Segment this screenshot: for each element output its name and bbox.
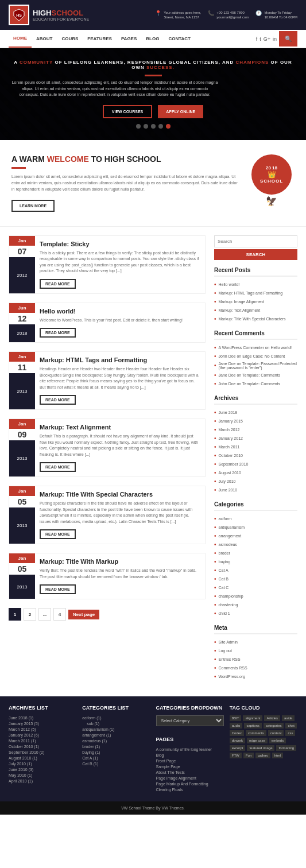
archive-jun-2010[interactable]: June 2010 (214, 486, 297, 494)
carousel-dot-4[interactable] (158, 124, 163, 129)
meta-log-out[interactable]: Log out (214, 646, 297, 655)
archive-aug-2010[interactable]: August 2010 (214, 468, 297, 477)
facebook-icon[interactable]: f (256, 36, 258, 42)
footer-archive-3[interactable]: March 2012 (5) (9, 727, 76, 733)
category-chastening[interactable]: chastening (214, 600, 297, 609)
nav-item-blog[interactable]: BLOG (141, 30, 164, 47)
archive-oct-2010[interactable]: October 2010 (214, 451, 297, 460)
category-buying[interactable]: buying (214, 557, 297, 566)
nav-item-home[interactable]: HOME (9, 30, 32, 48)
post-2-read-more[interactable]: READ MORE (40, 328, 76, 338)
footer-page-8[interactable]: Clearing Floats (156, 787, 224, 793)
page-4-button[interactable]: 4 (53, 608, 66, 621)
archive-jul-2010[interactable]: July 2010 (214, 477, 297, 486)
footer-cat-2[interactable]: sub (1) (82, 721, 150, 727)
footer-cat-7[interactable]: buying (1) (82, 750, 150, 755)
category-cat-a[interactable]: Cat A (214, 566, 297, 575)
footer-cat-1[interactable]: aciform (1) (82, 715, 150, 721)
footer-page-5[interactable]: About The Tests (156, 770, 224, 776)
post-6-read-more[interactable]: READ MORE (40, 584, 76, 594)
tag-edge-case[interactable]: edge case (247, 738, 268, 743)
twitter-icon[interactable]: t (259, 36, 261, 42)
tag-content[interactable]: content (268, 730, 284, 736)
footer-cat-4[interactable]: arrangement (1) (82, 733, 150, 738)
recent-post-4[interactable]: Markup: Text Alignment (214, 306, 297, 315)
footer-cat-9[interactable]: Cat B (1) (82, 761, 150, 767)
archive-sep-2010[interactable]: September 2010 (214, 460, 297, 468)
archive-mar-2012[interactable]: March 2012 (214, 425, 297, 434)
footer-archive-12[interactable]: April 2010 (1) (9, 778, 76, 784)
footer-cat-8[interactable]: Cat A (1) (82, 755, 150, 761)
archive-june-2018[interactable]: June 2018 (214, 408, 297, 417)
meta-comments-rss[interactable]: Comments RSS (214, 664, 297, 672)
tag-html[interactable]: html (272, 753, 283, 758)
category-championship[interactable]: championship (214, 592, 297, 600)
category-cat-b[interactable]: Cat B (214, 575, 297, 583)
recent-post-5[interactable]: Markup: Title With Special Characters (214, 315, 297, 323)
nav-item-about[interactable]: ABOUT (32, 30, 57, 47)
carousel-dot-5[interactable] (166, 124, 171, 129)
meta-entries-rss[interactable]: Entries RSS (214, 655, 297, 664)
tag-fun[interactable]: Fun (243, 753, 254, 758)
apply-online-button[interactable]: APPLY ONLINE (158, 105, 203, 118)
tag-aside[interactable]: aside (282, 715, 295, 721)
category-arrangement[interactable]: arrangement (214, 532, 297, 540)
recent-comment-2[interactable]: John Doe on Edge Case: No Content (214, 352, 297, 361)
page-2-button[interactable]: 2 (24, 608, 36, 621)
tag-embeds[interactable]: embeds (269, 738, 286, 743)
tag-8bit[interactable]: 8BIT (230, 715, 242, 721)
footer-page-4[interactable]: Sample Page (156, 764, 224, 770)
next-page-button[interactable]: Next page (68, 610, 99, 619)
footer-archive-7[interactable]: September 2010 (2) (9, 750, 76, 755)
tag-chat[interactable]: chat (285, 723, 296, 728)
search-input[interactable] (214, 235, 297, 247)
footer-page-7[interactable]: Page Markup And Formatting (156, 781, 224, 787)
search-button[interactable]: 🔍 (279, 31, 297, 46)
recent-comment-1[interactable]: A WordPress Commenter on Hello world! (214, 343, 297, 352)
carousel-dot-3[interactable] (151, 124, 156, 129)
footer-cat-5[interactable]: asmodeus (1) (82, 738, 150, 744)
footer-archive-1[interactable]: June 2018 (1) (9, 715, 76, 721)
tag-categories[interactable]: categories (264, 723, 284, 728)
recent-comment-3[interactable]: Jane Doe on Template: Password Protected… (214, 361, 297, 371)
footer-archive-6[interactable]: October 2010 (1) (9, 744, 76, 750)
tag-css[interactable]: css (285, 730, 295, 736)
footer-archive-2[interactable]: January 2015 (5) (9, 721, 76, 727)
recent-post-3[interactable]: Markup: Image Alignment (214, 297, 297, 306)
learn-more-button[interactable]: LEARN MORE (11, 200, 55, 212)
footer-cat-3[interactable]: antiquarianism (1) (82, 727, 150, 733)
archive-jan-2015[interactable]: January 2015 (214, 417, 297, 425)
search-submit-button[interactable]: SEARCH (214, 249, 297, 260)
googleplus-icon[interactable]: G+ (264, 36, 270, 42)
tag-ftw[interactable]: FTW (230, 753, 242, 758)
tag-excerpt[interactable]: excerpt (230, 745, 246, 751)
footer-archive-5[interactable]: March 2011 (1) (9, 738, 76, 744)
tag-alignment[interactable]: alignment (243, 715, 262, 721)
recent-comment-5[interactable]: John Doe on Template: Comments (214, 379, 297, 388)
footer-archive-4[interactable]: January 2012 (6) (9, 733, 76, 738)
post-1-read-more[interactable]: READ MORE (40, 279, 76, 289)
archive-jan-2012[interactable]: January 2012 (214, 434, 297, 443)
tag-audio[interactable]: audio (230, 723, 243, 728)
archive-mar-2011[interactable]: March 2011 (214, 443, 297, 451)
footer-page-1[interactable]: A community of life long learner (156, 747, 224, 753)
footer-cat-6[interactable]: broder (1) (82, 744, 150, 750)
recent-comment-4[interactable]: Jane Doe on Template: Comments (214, 371, 297, 379)
nav-item-contact[interactable]: CONTACT (164, 30, 195, 47)
nav-item-features[interactable]: FEATURES (83, 30, 117, 47)
recent-post-2[interactable]: Markup: HTML Tags and Formatting (214, 289, 297, 297)
category-broder[interactable]: broder (214, 549, 297, 557)
nav-item-cours[interactable]: COURS (57, 30, 83, 47)
category-asmodeus[interactable]: asmodeus (214, 540, 297, 549)
footer-page-6[interactable]: Page Image Alignment (156, 776, 224, 781)
tag-featured-image[interactable]: featured image (247, 745, 274, 751)
carousel-dot-2[interactable] (144, 124, 148, 129)
tag-comments[interactable]: comments (246, 730, 266, 736)
categories-dropdown[interactable]: Select Category (156, 715, 224, 726)
tag-captions[interactable]: captions (244, 723, 261, 728)
category-cat-c[interactable]: Cat C (214, 583, 297, 592)
footer-archive-11[interactable]: May 2010 (1) (9, 773, 76, 778)
tag-articles[interactable]: Articles (264, 715, 280, 721)
category-child-1[interactable]: child 1 (214, 609, 297, 618)
category-aciform[interactable]: aciform (214, 514, 297, 523)
